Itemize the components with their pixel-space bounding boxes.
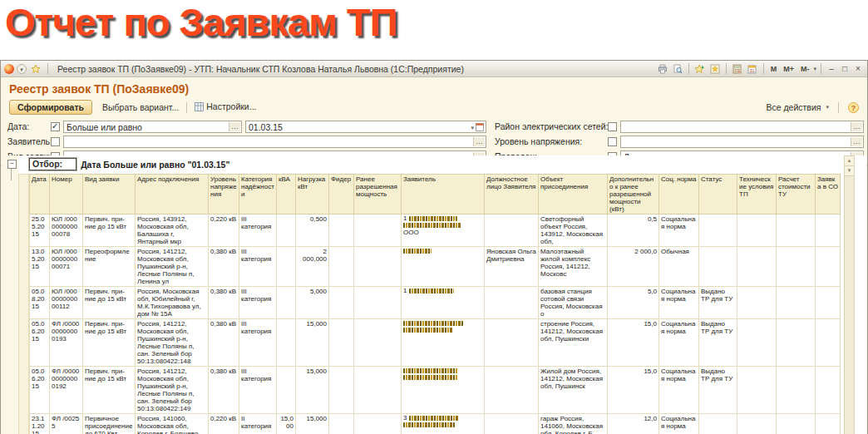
cell-date[interactable]: 05.08.2015: [30, 287, 50, 319]
cell-feeder[interactable]: [329, 367, 354, 414]
cell-feeder[interactable]: [329, 414, 354, 434]
cell-cost[interactable]: [777, 414, 816, 434]
cell-category[interactable]: III категория: [239, 247, 277, 287]
date-condition-ellipsis-button[interactable]: …: [229, 122, 240, 131]
all-actions-button[interactable]: Все действия: [766, 102, 821, 112]
col-feeder[interactable]: Фидер: [329, 175, 354, 215]
cell-date[interactable]: 05.06.2015: [30, 319, 50, 367]
cell-cost[interactable]: [777, 247, 816, 287]
cell-official[interactable]: [485, 287, 539, 319]
cell-number[interactable]: ФЛ /000000000000192: [50, 367, 83, 414]
col-kind[interactable]: Вид заявки: [83, 175, 136, 215]
cell-load[interactable]: 0,500: [296, 215, 329, 247]
cell-object[interactable]: Жилой дом Россия, 141212, Московская обл…: [539, 367, 608, 414]
cell-soc_norm[interactable]: Социальная норма: [659, 367, 699, 414]
cell-load[interactable]: 15,000: [296, 319, 329, 367]
date-value-input[interactable]: 01.03.15 ▾: [245, 121, 486, 133]
date-condition-select[interactable]: Больше или равно…: [63, 121, 242, 133]
cell-applicant-redacted[interactable]: [402, 247, 485, 287]
col-tu[interactable]: Технические условия ТП: [737, 175, 777, 215]
cell-voltage[interactable]: 0,380 кВ: [209, 319, 239, 367]
cell-kva[interactable]: [277, 319, 296, 367]
col-prev_power[interactable]: Ранее разрешенная мощность: [354, 175, 402, 215]
cell-kind[interactable]: Первич. при-ние до 15 кВт: [83, 367, 136, 414]
applicant-filter-checkbox[interactable]: [51, 137, 60, 146]
filter-summary-label-cell[interactable]: Отбор:: [29, 158, 76, 170]
cell-category[interactable]: II категория: [239, 414, 277, 434]
cell-applicant-redacted[interactable]: 1 ООО: [402, 215, 485, 247]
applicant-ellipsis-button[interactable]: …: [473, 137, 485, 146]
col-so[interactable]: Заявка в СО: [816, 175, 841, 215]
cell-voltage[interactable]: 0,380 кВ: [209, 287, 239, 319]
cell-kind[interactable]: Первич. при-ние до 15 кВт: [83, 215, 136, 247]
cell-kva[interactable]: 15,000: [277, 414, 296, 434]
cell-so[interactable]: [816, 247, 841, 287]
favorites-star-icon[interactable]: [29, 63, 42, 75]
cell-feeder[interactable]: [329, 319, 354, 367]
cell-address[interactable]: Россия, 143912, Московская обл, Балашиха…: [136, 215, 209, 247]
cell-address[interactable]: Россия, Московская обл, Юбилейный г, М.К…: [136, 287, 209, 319]
cell-object[interactable]: гараж Россия, 141060, Московская обл, Ко…: [539, 414, 608, 434]
cell-prev_power[interactable]: [354, 287, 402, 319]
cell-tu[interactable]: [737, 247, 777, 287]
cell-tu[interactable]: [737, 215, 777, 247]
scroll-up-icon[interactable]: ▲: [845, 156, 854, 166]
cell-prev_power[interactable]: [354, 319, 402, 367]
cell-status[interactable]: Выдано ТР для ТУ: [699, 367, 737, 414]
cell-prev_power[interactable]: [354, 215, 402, 247]
cell-add_power[interactable]: 0,5: [608, 215, 659, 247]
cell-prev_power[interactable]: [354, 414, 402, 434]
toolbar-overflow-icon[interactable]: ▾: [813, 66, 816, 72]
cell-object[interactable]: базовая станция сотовой связи Россия, Мо…: [539, 287, 608, 319]
cell-soc_norm[interactable]: Социальная норма: [659, 414, 699, 434]
cell-applicant-redacted[interactable]: 1: [402, 287, 485, 319]
cell-so[interactable]: [816, 215, 841, 247]
calculator-icon[interactable]: [731, 63, 744, 75]
col-category[interactable]: Категория надёжности: [239, 175, 277, 215]
cell-object[interactable]: Малоэтажный жилой комплекс Россия, 14121…: [539, 247, 608, 287]
cell-official[interactable]: [485, 215, 539, 247]
favorites-list-icon[interactable]: [708, 63, 722, 75]
cell-kva[interactable]: [277, 215, 296, 247]
cell-feeder[interactable]: [329, 287, 354, 319]
cell-official[interactable]: [485, 367, 539, 414]
district-filter-checkbox[interactable]: [608, 122, 617, 131]
cell-address[interactable]: Россия, 141212, Московская обл, Пушкинск…: [136, 319, 209, 367]
cell-load[interactable]: 15,000: [296, 414, 329, 434]
cell-prev_power[interactable]: [354, 247, 402, 287]
date-calendar-icon[interactable]: [476, 122, 484, 133]
cell-so[interactable]: [816, 319, 841, 367]
cell-soc_norm[interactable]: Обычная: [659, 247, 699, 287]
cell-load[interactable]: 5,000: [296, 287, 329, 319]
cell-status[interactable]: [699, 247, 737, 287]
cell-status[interactable]: [699, 215, 737, 247]
cell-add_power[interactable]: 12,0: [608, 414, 659, 434]
cell-load[interactable]: 2 000,000: [296, 247, 329, 287]
cell-category[interactable]: III категория: [239, 319, 277, 367]
cell-add_power[interactable]: 2 000,0: [608, 247, 659, 287]
cell-voltage[interactable]: 0,380 кВ: [209, 247, 239, 287]
generate-button[interactable]: Сформировать: [9, 100, 92, 115]
cell-number[interactable]: ЮЛ /000000000000078: [50, 215, 83, 247]
cell-category[interactable]: III категория: [239, 287, 277, 319]
voltage-filter-checkbox[interactable]: [608, 137, 617, 146]
cell-number[interactable]: ФЛ /000000000000193: [50, 319, 83, 367]
cell-tu[interactable]: [737, 414, 777, 434]
cell-address[interactable]: Россия, 141060, Московская обл, Королев …: [136, 414, 209, 434]
cell-kind[interactable]: Переоформление: [83, 247, 136, 287]
applicant-filter-input[interactable]: …: [63, 136, 486, 148]
m-minus-button[interactable]: M-: [798, 65, 812, 73]
district-filter-input[interactable]: …: [620, 121, 864, 133]
cell-number[interactable]: ЮЛ /000000000000112: [50, 287, 83, 319]
cell-official[interactable]: [485, 414, 539, 434]
cell-date[interactable]: 05.06.2015: [30, 367, 50, 414]
col-official[interactable]: Должностное лицо Заявителя: [485, 175, 539, 215]
cell-voltage[interactable]: 0,380 кВ: [209, 367, 239, 414]
col-voltage[interactable]: Уровень напряжения: [209, 175, 239, 215]
col-applicant[interactable]: Заявитель: [402, 175, 485, 215]
help-icon[interactable]: ?: [848, 102, 859, 113]
cell-status[interactable]: Выдано ТР для ТУ: [699, 287, 737, 319]
cell-number[interactable]: ФЛ /00255: [50, 414, 83, 434]
cell-load[interactable]: 15,000: [296, 367, 329, 414]
print-icon[interactable]: [656, 63, 669, 75]
